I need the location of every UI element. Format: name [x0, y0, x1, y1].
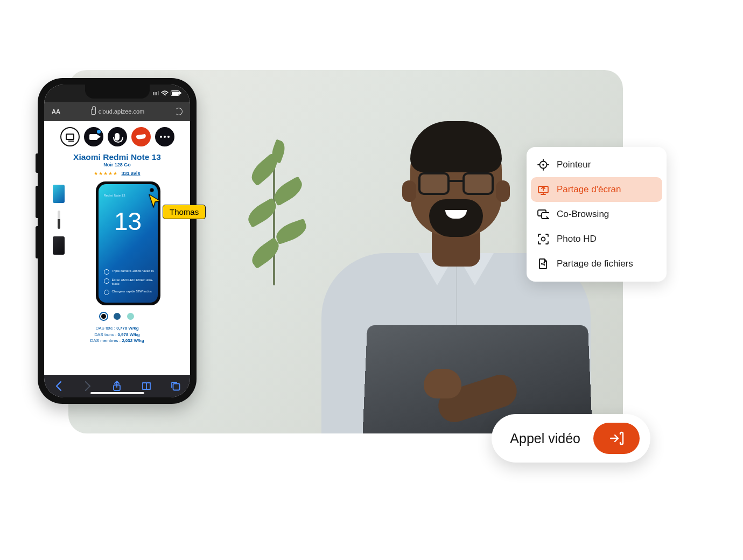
menu-item-label: Partage de fichiers: [557, 258, 633, 269]
more-button[interactable]: [155, 127, 174, 146]
svg-rect-2: [180, 92, 181, 94]
svg-rect-4: [173, 384, 179, 390]
thumbnail-list: [51, 181, 67, 305]
feature-2: Écran AMOLED 120Hz ultra-fluide: [112, 278, 158, 286]
menu-item-photohd[interactable]: Photo HD: [527, 227, 667, 251]
thumbnail-3[interactable]: [53, 236, 65, 255]
file-share-icon: [537, 258, 549, 270]
screenshare-button[interactable]: [60, 127, 80, 146]
reload-icon[interactable]: [175, 108, 183, 115]
nav-tabs-icon[interactable]: [170, 381, 181, 391]
remote-cursor-icon: [148, 193, 162, 208]
das-limbs-value: 2,032 W/kg: [122, 338, 144, 343]
battery-icon: [171, 90, 181, 96]
swatch-black[interactable]: [99, 312, 108, 321]
menu-item-label: Partage d'écran: [557, 184, 621, 195]
menu-item-label: Pointeur: [557, 159, 591, 170]
nav-share-icon[interactable]: [111, 381, 122, 391]
swatch-blue[interactable]: [113, 312, 122, 321]
image-big-label: 13: [99, 207, 158, 236]
thumbnail-2[interactable]: [58, 211, 60, 229]
call-toolbar: [44, 121, 190, 149]
svg-point-10: [542, 237, 545, 241]
nav-back-icon[interactable]: [53, 381, 64, 391]
image-mini-label: Redmi Note 13: [104, 194, 125, 197]
cobrowse-icon: [537, 208, 549, 220]
menu-item-fileshare[interactable]: Partage de fichiers: [527, 251, 667, 276]
svg-point-6: [542, 164, 544, 166]
remote-cursor-label: Thomas: [163, 205, 206, 219]
das-trunk-label: DAS tronc :: [94, 332, 116, 337]
das-head-value: 0,770 W/kg: [116, 326, 138, 331]
start-call-button[interactable]: [593, 423, 640, 454]
feature-3: Chargeur rapide 33W inclus: [112, 290, 152, 293]
video-call-label: Appel vidéo: [510, 431, 580, 446]
menu-item-cobrowsing[interactable]: Co-Browsing: [527, 202, 667, 227]
lock-icon: [91, 109, 96, 115]
text-size-button[interactable]: AA: [52, 108, 60, 115]
das-trunk-value: 0,978 W/kg: [117, 332, 139, 337]
phone-notch: [85, 85, 150, 99]
camera-focus-icon: [537, 233, 549, 245]
product-subtitle: Noir 128 Go: [50, 162, 185, 167]
thumbnail-1[interactable]: [53, 185, 65, 203]
microphone-button[interactable]: [108, 127, 127, 146]
url-display[interactable]: cloud.apizee.com: [66, 108, 170, 115]
signal-icon: ıııl: [152, 90, 159, 96]
home-indicator: [90, 392, 144, 394]
swatch-mint[interactable]: [126, 312, 135, 321]
phone-mockup: ıııl AA cloud.apizee.com Xiaomi Redmi No…: [38, 78, 197, 404]
color-swatches: [44, 312, 190, 321]
feature-1: Triple caméra 108MP avec IA: [112, 269, 155, 273]
product-image: Redmi Note 13 13 Triple caméra 108MP ave…: [72, 181, 184, 305]
product-header: Xiaomi Redmi Note 13 Noir 128 Go ★★★★★ 3…: [44, 149, 190, 177]
video-call-card: Appel vidéo: [492, 414, 650, 463]
crosshair-icon: [537, 159, 549, 171]
svg-point-11: [541, 263, 543, 265]
wifi-icon: [161, 90, 169, 96]
nav-bookmarks-icon[interactable]: [141, 381, 152, 391]
menu-item-screenshare[interactable]: Partage d'écran: [531, 177, 662, 202]
hangup-button[interactable]: [131, 127, 151, 146]
nav-forward-icon[interactable]: [82, 381, 93, 391]
menu-item-label: Co-Browsing: [557, 209, 609, 220]
camera-button[interactable]: [84, 127, 103, 146]
das-info: DAS tête : 0,770 W/kg DAS tronc : 0,978 …: [44, 325, 190, 344]
screenshare-icon: [537, 184, 549, 195]
product-title: Xiaomi Redmi Note 13: [50, 152, 185, 162]
url-text: cloud.apizee.com: [99, 108, 145, 115]
svg-rect-9: [542, 213, 549, 219]
address-bar[interactable]: AA cloud.apizee.com: [44, 102, 190, 121]
feature-menu: Pointeur Partage d'écran Co-Browsing Pho…: [527, 147, 667, 282]
das-head-label: DAS tête :: [95, 326, 115, 331]
enter-arrow-icon: [608, 431, 625, 445]
menu-item-label: Photo HD: [557, 234, 597, 244]
das-limbs-label: DAS membres :: [90, 338, 120, 343]
reviews-link[interactable]: 331 avis: [121, 171, 140, 176]
menu-item-pointer[interactable]: Pointeur: [527, 152, 667, 177]
rating-stars-icon: ★★★★★: [94, 171, 118, 176]
svg-rect-1: [172, 92, 179, 95]
